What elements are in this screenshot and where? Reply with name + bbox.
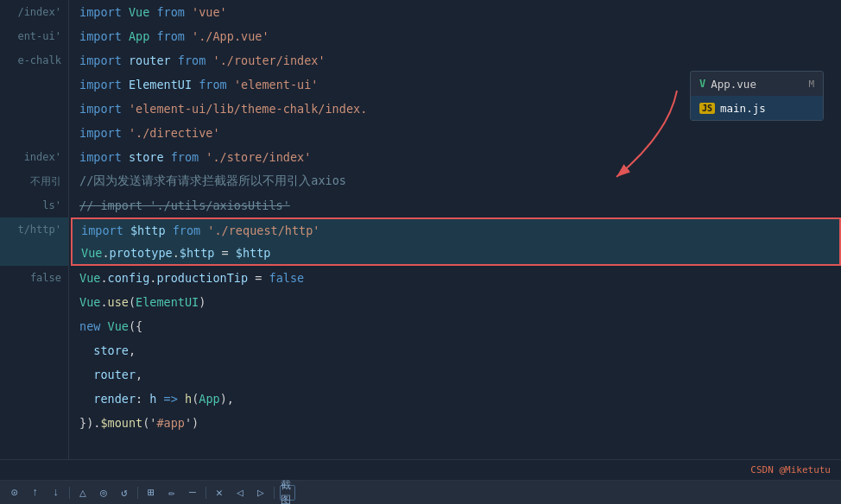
gutter-line-12: false (0, 266, 68, 290)
toolbar-btn-8[interactable]: ✏ (164, 485, 180, 501)
code-line-1: import Vue from 'vue' (69, 0, 841, 24)
gutter-line-6 (0, 121, 68, 145)
toolbar-btn-3[interactable]: ↓ (48, 485, 64, 501)
toolbar-btn-1[interactable]: ⊙ (7, 485, 22, 501)
bottom-toolbar: ⊙ ↑ ↓ △ ◎ ↺ ⊞ ✏ — ✕ ◁ ▷ 截图 (0, 480, 841, 504)
code-line-9: // import './utils/axiosUtils' (69, 193, 841, 217)
gutter-line-1: /index' (0, 0, 68, 24)
main-js-label: main.js (720, 102, 766, 115)
toolbar-btn-5[interactable]: ◎ (96, 485, 111, 501)
gutter-line-18 (0, 411, 68, 435)
m-label: M (808, 79, 814, 90)
code-line-11: Vue.prototype.$http = $http (71, 242, 841, 266)
app-vue-label: App.vue (711, 78, 756, 91)
toolbar-btn-9[interactable]: — (185, 485, 200, 501)
code-line-16: router, (69, 362, 841, 387)
toolbar-sep-1 (69, 487, 70, 499)
watermark-text: CSDN @Miketutu (750, 464, 831, 476)
code-lines: import Vue from 'vue' import App from '.… (69, 0, 841, 459)
code-line-7: import store from './store/index' (69, 145, 841, 169)
gutter-line-9: ls' (0, 193, 68, 217)
toolbar-btn-11[interactable]: ◁ (232, 485, 248, 501)
code-line-13: Vue.use(ElementUI) (69, 290, 841, 314)
gutter-line-13 (0, 290, 68, 314)
code-line-3: import router from './router/index' (69, 48, 841, 72)
toolbar-btn-4[interactable]: △ (75, 485, 91, 501)
gutter-line-4 (0, 72, 68, 97)
code-line-10: import $http from './request/http' (71, 217, 841, 242)
code-line-6: import './directive' (69, 121, 841, 145)
line-gutter: /index' ent-ui' e-chalk index' 不用引 ls' t… (0, 0, 69, 459)
js-badge: JS (699, 103, 715, 114)
gutter-line-11 (0, 242, 68, 266)
toolbar-btn-2[interactable]: ↑ (28, 485, 43, 501)
vue-icon: V (699, 78, 705, 90)
gutter-line-10: t/http' (0, 217, 68, 242)
gutter-line-7: index' (0, 145, 68, 169)
gutter-line-8: 不用引 (0, 169, 68, 193)
file-tabs-panel: V App.vue M JS main.js (690, 71, 824, 121)
toolbar-btn-6[interactable]: ↺ (117, 485, 132, 501)
gutter-line-15 (0, 338, 68, 362)
toolbar-sep-3 (206, 487, 206, 499)
code-line-17: render: h => h(App), (69, 387, 841, 411)
gutter-line-5 (0, 97, 68, 121)
gutter-line-14 (0, 314, 68, 338)
toolbar-btn-12[interactable]: ▷ (253, 485, 269, 501)
toolbar-btn-13[interactable]: 截图 (280, 485, 295, 501)
gutter-line-17 (0, 387, 68, 411)
gutter-line-3: e-chalk (0, 48, 68, 72)
code-editor: /index' ent-ui' e-chalk index' 不用引 ls' t… (0, 0, 841, 459)
editor-container: /index' ent-ui' e-chalk index' 不用引 ls' t… (0, 0, 841, 504)
kw-import: import (79, 5, 122, 19)
app-vue-tab[interactable]: V App.vue M (691, 72, 823, 96)
gutter-line-16 (0, 362, 68, 387)
code-line-2: import App from './App.vue' (69, 24, 841, 48)
gutter-line-2: ent-ui' (0, 24, 68, 48)
code-line-12: Vue.config.productionTip = false (69, 266, 841, 290)
toolbar-btn-10[interactable]: ✕ (212, 485, 227, 501)
status-bar: CSDN @Miketutu (0, 459, 841, 480)
code-line-15: store, (69, 338, 841, 362)
toolbar-btn-7[interactable]: ⊞ (143, 485, 159, 501)
code-line-14: new Vue({ (69, 314, 841, 338)
toolbar-sep-2 (137, 487, 138, 499)
code-line-8: //因为发送请求有请求拦截器所以不用引入axios (69, 169, 841, 193)
main-js-tab[interactable]: JS main.js (691, 96, 823, 120)
code-line-18: }).$mount('#app') (69, 411, 841, 435)
toolbar-sep-4 (274, 487, 275, 499)
